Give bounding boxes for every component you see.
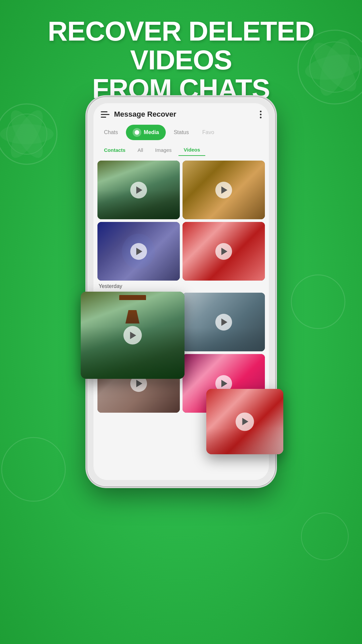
grid-row-today-1 <box>97 161 265 219</box>
header-section: RECOVER DELETED VIDEOS FROM CHATS <box>0 17 362 103</box>
grid-row-today-2 <box>97 222 265 281</box>
tab-favorites[interactable]: Favo <box>197 126 220 139</box>
hamburger-menu-button[interactable] <box>101 111 110 118</box>
play-button-6[interactable] <box>215 314 232 331</box>
svg-point-5 <box>2 437 65 501</box>
tab-bar: Chats Media Status Favo <box>93 122 269 143</box>
more-options-button[interactable] <box>260 111 262 118</box>
app-bar: Message Recover <box>93 103 269 122</box>
video-thumb-winter-garden[interactable] <box>183 293 265 351</box>
play-button-1[interactable] <box>130 182 147 198</box>
play-button-4[interactable] <box>215 243 232 260</box>
floating-card-right <box>206 389 283 454</box>
play-button-floating-left[interactable] <box>123 326 142 345</box>
sub-tab-images[interactable]: Images <box>150 144 177 156</box>
svg-point-8 <box>0 124 54 144</box>
video-thumb-family-snow[interactable] <box>183 222 265 281</box>
svg-point-1 <box>7 114 47 154</box>
phone-mockup: Message Recover Chats <box>87 97 275 493</box>
floating-card-left <box>81 292 185 379</box>
svg-point-4 <box>291 275 345 329</box>
tab-media[interactable]: Media <box>126 125 165 140</box>
video-thumb-japanese-garden[interactable] <box>97 161 180 219</box>
header-title: RECOVER DELETED VIDEOS FROM CHATS <box>13 17 349 103</box>
tab-chats[interactable]: Chats <box>99 126 124 139</box>
video-thumb-goddess[interactable] <box>97 222 180 281</box>
video-thumb-coffee[interactable] <box>183 161 265 219</box>
sub-tab-contacts[interactable]: Contacts <box>99 144 131 156</box>
app-title: Message Recover <box>114 110 260 119</box>
play-button-3[interactable] <box>130 243 147 260</box>
svg-point-9 <box>5 106 49 163</box>
svg-point-6 <box>301 513 348 560</box>
play-button-2[interactable] <box>215 182 232 198</box>
svg-point-7 <box>5 106 49 163</box>
play-button-floating-right[interactable] <box>235 412 254 431</box>
section-label-yesterday: Yesterday <box>99 283 265 289</box>
media-icon <box>133 128 141 137</box>
sub-tab-bar: Contacts All Images Videos <box>93 143 269 159</box>
svg-point-0 <box>0 104 57 164</box>
tab-status[interactable]: Status <box>168 126 194 139</box>
sub-tab-all[interactable]: All <box>132 144 149 156</box>
sub-tab-videos[interactable]: Videos <box>178 144 206 156</box>
